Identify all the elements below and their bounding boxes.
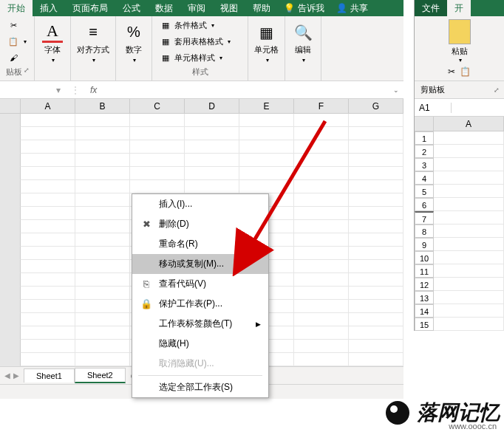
share-button[interactable]: 👤 共享 (330, 0, 374, 16)
row-header[interactable]: 12 (415, 278, 434, 291)
cell[interactable] (294, 180, 349, 193)
cell[interactable] (21, 326, 75, 340)
cell[interactable] (349, 273, 403, 287)
dialog-launcher-icon[interactable]: ⤢ (494, 86, 500, 94)
cell[interactable] (294, 167, 349, 180)
cell[interactable] (21, 193, 75, 207)
cell[interactable] (239, 127, 294, 140)
cell[interactable] (75, 154, 130, 167)
menu-rename[interactable]: 重命名(R) (132, 234, 268, 254)
cell[interactable] (349, 220, 403, 233)
tab-home-right[interactable]: 开 (447, 0, 471, 16)
menu-tab-color[interactable]: 工作表标签颜色(T)▶ (132, 314, 268, 334)
cell[interactable] (349, 180, 403, 193)
cell[interactable] (349, 287, 403, 300)
cell[interactable] (349, 340, 403, 353)
row-header[interactable]: 4 (415, 171, 434, 185)
cell[interactable] (294, 340, 349, 353)
row-header[interactable]: 3 (415, 158, 434, 171)
cell[interactable] (239, 167, 294, 180)
row-header[interactable] (0, 220, 21, 233)
tab-home[interactable]: 开始 (0, 0, 33, 16)
cell[interactable] (21, 273, 75, 287)
cell[interactable] (294, 114, 349, 127)
cell[interactable] (349, 207, 403, 220)
cell[interactable] (75, 247, 130, 260)
right-select-all[interactable] (415, 117, 434, 131)
row-header[interactable] (0, 233, 21, 247)
cell[interactable] (294, 127, 349, 140)
cell[interactable] (130, 140, 185, 154)
format-painter-button[interactable]: 🖌 (4, 50, 30, 65)
row-header[interactable] (0, 260, 21, 273)
row-header[interactable]: 15 (415, 318, 434, 331)
cell[interactable] (294, 326, 349, 340)
cell[interactable] (75, 220, 130, 233)
cell[interactable] (294, 287, 349, 300)
row-header[interactable] (0, 167, 21, 180)
cell[interactable] (349, 300, 403, 313)
formula-input[interactable] (101, 84, 389, 95)
row-header[interactable] (0, 287, 21, 300)
tab-formulas[interactable]: 公式 (115, 0, 148, 16)
col-header-a[interactable]: A (21, 99, 75, 114)
cell[interactable] (294, 300, 349, 313)
cell[interactable] (21, 233, 75, 247)
cell[interactable] (239, 154, 294, 167)
cell[interactable] (294, 193, 349, 207)
col-header-e[interactable]: E (239, 99, 294, 114)
col-header-f[interactable]: F (294, 99, 349, 114)
row-header[interactable] (0, 340, 21, 353)
row-header[interactable] (0, 140, 21, 154)
cut-icon[interactable]: ✂ (448, 66, 455, 77)
cell[interactable] (294, 233, 349, 247)
cell[interactable] (75, 180, 130, 193)
row-header[interactable]: 11 (415, 264, 434, 278)
row-header[interactable]: 9 (415, 238, 434, 251)
col-header-b[interactable]: B (75, 99, 130, 114)
tab-nav[interactable]: ◀▶ (4, 371, 19, 380)
menu-delete[interactable]: ✖删除(D) (132, 214, 268, 234)
cell[interactable] (21, 154, 75, 167)
row-header[interactable] (0, 127, 21, 140)
menu-move-copy[interactable]: 移动或复制(M)... (132, 254, 268, 274)
col-header-c[interactable]: C (130, 99, 185, 114)
cell[interactable] (75, 313, 130, 326)
cell[interactable] (434, 291, 504, 304)
cell[interactable] (349, 154, 403, 167)
row-header[interactable] (0, 207, 21, 220)
cell[interactable] (434, 211, 504, 224)
copy-icon[interactable]: 📋 (460, 66, 471, 77)
cell[interactable] (75, 273, 130, 287)
cell[interactable] (75, 260, 130, 273)
cell[interactable] (349, 353, 403, 366)
cell[interactable] (294, 273, 349, 287)
row-header[interactable]: 6 (415, 198, 434, 211)
col-header-g[interactable]: G (349, 99, 403, 114)
cell[interactable] (294, 260, 349, 273)
cell[interactable] (294, 247, 349, 260)
alignment-button[interactable]: ≡ 对齐方式 ▾ (75, 21, 111, 65)
cell[interactable] (75, 300, 130, 313)
chevron-down-icon[interactable]: ▾ (459, 57, 462, 64)
editing-button[interactable]: 🔍 编辑 ▾ (290, 21, 316, 65)
row-header[interactable]: 10 (415, 251, 434, 264)
row-header[interactable] (0, 313, 21, 326)
cell[interactable] (349, 326, 403, 340)
cell[interactable] (75, 114, 130, 127)
cell[interactable] (239, 180, 294, 193)
cell[interactable] (434, 264, 504, 278)
cell[interactable] (434, 278, 504, 291)
row-header[interactable] (0, 353, 21, 366)
cell[interactable] (21, 247, 75, 260)
cell[interactable] (185, 140, 239, 154)
row-header[interactable] (0, 193, 21, 207)
chevron-down-icon[interactable]: ▾ (52, 85, 65, 95)
cell[interactable] (75, 353, 130, 366)
row-header[interactable]: 13 (415, 291, 434, 304)
cell[interactable] (434, 145, 504, 158)
cell[interactable] (21, 220, 75, 233)
cell[interactable] (185, 167, 239, 180)
cell[interactable] (434, 224, 504, 238)
number-button[interactable]: % 数字 ▾ (120, 21, 147, 65)
